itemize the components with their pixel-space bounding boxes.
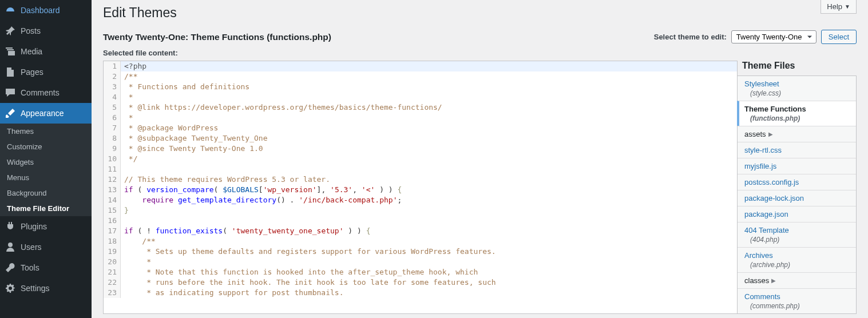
code-line[interactable]: 22 * runs before the init hook. The init… xyxy=(104,277,737,288)
code-line[interactable]: 14 require get_template_directory() . '/… xyxy=(104,195,737,205)
code-line[interactable]: 8 * @subpackage Twenty_Twenty_One xyxy=(104,133,737,144)
file-item[interactable]: Theme Functions(functions.php) xyxy=(737,101,856,126)
code-content[interactable]: /** xyxy=(121,71,137,82)
code-content[interactable]: // This theme requires WordPress 5.3 or … xyxy=(121,174,330,185)
code-content[interactable]: } xyxy=(121,205,129,216)
code-content[interactable]: require get_template_directory() . '/inc… xyxy=(121,195,402,205)
code-content[interactable]: * xyxy=(121,113,133,123)
sidebar-item-users[interactable]: Users xyxy=(0,237,92,257)
media-icon xyxy=(5,46,16,57)
sidebar-item-settings[interactable]: Settings xyxy=(0,278,92,299)
code-content[interactable]: * @link https://developer.wordpress.org/… xyxy=(121,102,442,113)
code-content[interactable]: * @since Twenty Twenty-One 1.0 xyxy=(121,144,263,154)
code-line[interactable]: 10 */ xyxy=(104,154,737,164)
select-button[interactable]: Select xyxy=(821,30,857,44)
line-number: 7 xyxy=(104,123,121,133)
code-editor[interactable]: 1<?php2/**3 * Functions and definitions4… xyxy=(103,61,738,314)
code-line[interactable]: 15} xyxy=(104,205,737,216)
code-line[interactable]: 1<?php xyxy=(104,61,737,71)
code-content[interactable]: * Sets up theme defaults and registers s… xyxy=(121,247,496,257)
code-content[interactable]: * Functions and definitions xyxy=(121,82,249,92)
code-line[interactable]: 21 * Note that this function is hooked i… xyxy=(104,267,737,277)
page-icon xyxy=(5,66,16,78)
code-line[interactable]: 20 * xyxy=(104,257,737,267)
page-title: Edit Themes xyxy=(103,0,857,23)
code-content[interactable]: <?php xyxy=(121,61,146,71)
submenu-item-theme-file-editor[interactable]: Theme File Editor xyxy=(0,201,92,216)
file-label: 404 Template xyxy=(744,226,789,234)
sidebar-item-comments[interactable]: Comments xyxy=(0,82,92,103)
file-label: assets xyxy=(744,130,766,138)
code-line[interactable]: 18 /** xyxy=(104,236,737,247)
line-number: 4 xyxy=(104,92,121,102)
file-label: myjsfile.js xyxy=(744,162,776,170)
file-label: Theme Functions xyxy=(744,105,806,113)
sidebar-item-label: Tools xyxy=(21,263,39,272)
file-item[interactable]: Comments(comments.php) xyxy=(738,288,856,313)
line-number: 22 xyxy=(104,277,121,288)
code-line[interactable]: 9 * @since Twenty Twenty-One 1.0 xyxy=(104,144,737,154)
file-item[interactable]: package-lock.json xyxy=(738,190,856,206)
submenu-item-background[interactable]: Background xyxy=(0,185,92,201)
sidebar-item-tools[interactable]: Tools xyxy=(0,257,92,278)
file-heading: Twenty Twenty-One: Theme Functions (func… xyxy=(103,32,331,42)
dashboard-icon xyxy=(5,5,16,16)
code-line[interactable]: 3 * Functions and definitions xyxy=(104,82,737,92)
file-item[interactable]: Archives(archive.php) xyxy=(738,247,856,272)
file-label: Archives xyxy=(744,251,773,260)
code-line[interactable]: 2/** xyxy=(104,71,737,82)
file-item[interactable]: Stylesheet(style.css) xyxy=(738,76,856,101)
help-label: Help xyxy=(827,2,842,11)
line-number: 2 xyxy=(104,71,121,82)
code-line[interactable]: 13if ( version_compare( $GLOBALS['wp_ver… xyxy=(104,185,737,195)
sidebar-item-appearance[interactable]: Appearance xyxy=(0,103,92,124)
code-content[interactable]: /** xyxy=(121,236,156,247)
code-content[interactable] xyxy=(121,216,124,226)
code-line[interactable]: 16 xyxy=(104,216,737,226)
code-content[interactable] xyxy=(121,164,124,174)
submenu-item-customize[interactable]: Customize xyxy=(0,139,92,154)
code-content[interactable]: * as indicating support for post thumbna… xyxy=(121,288,344,298)
submenu-item-themes[interactable]: Themes xyxy=(0,124,92,139)
theme-select[interactable]: Twenty Twenty-One xyxy=(731,30,817,43)
file-item[interactable]: postcss.config.js xyxy=(738,174,856,190)
file-sublabel: (functions.php) xyxy=(744,114,849,122)
submenu-item-widgets[interactable]: Widgets xyxy=(0,154,92,170)
code-content[interactable]: * xyxy=(121,257,151,267)
file-item[interactable]: package.json xyxy=(738,206,856,222)
sidebar-item-media[interactable]: Media xyxy=(0,41,92,62)
sidebar-item-pages[interactable]: Pages xyxy=(0,62,92,82)
caret-right-icon: ▶ xyxy=(768,131,773,137)
help-tab[interactable]: Help ▼ xyxy=(821,0,857,14)
code-line[interactable]: 19 * Sets up theme defaults and register… xyxy=(104,247,737,257)
code-content[interactable]: * Note that this function is hooked into… xyxy=(121,267,478,277)
code-content[interactable]: * runs before the init hook. The init ho… xyxy=(121,277,496,288)
code-line[interactable]: 4 * xyxy=(104,92,737,102)
code-content[interactable]: * @subpackage Twenty_Twenty_One xyxy=(121,133,267,144)
file-item[interactable]: myjsfile.js xyxy=(738,158,856,174)
line-number: 13 xyxy=(104,185,121,195)
folder-item[interactable]: assets▶ xyxy=(738,126,856,142)
file-item[interactable]: 404 Template(404.php) xyxy=(738,222,856,247)
code-content[interactable]: * @package WordPress xyxy=(121,123,218,133)
code-content[interactable]: if ( version_compare( $GLOBALS['wp_versi… xyxy=(121,185,402,195)
code-line[interactable]: 5 * @link https://developer.wordpress.or… xyxy=(104,102,737,113)
code-content[interactable]: */ xyxy=(121,154,137,164)
code-line[interactable]: 12// This theme requires WordPress 5.3 o… xyxy=(104,174,737,185)
line-number: 21 xyxy=(104,267,121,277)
code-line[interactable]: 17if ( ! function_exists( 'twenty_twenty… xyxy=(104,226,737,236)
sidebar-item-dashboard[interactable]: Dashboard xyxy=(0,0,92,21)
sidebar-item-label: Appearance xyxy=(21,109,64,118)
submenu-item-menus[interactable]: Menus xyxy=(0,170,92,185)
code-line[interactable]: 11 xyxy=(104,164,737,174)
code-content[interactable]: if ( ! function_exists( 'twenty_twenty_o… xyxy=(121,226,371,236)
folder-item[interactable]: classes▶ xyxy=(738,272,856,288)
file-item[interactable]: style-rtl.css xyxy=(738,142,856,158)
sidebar-item-plugins[interactable]: Plugins xyxy=(0,216,92,237)
code-line[interactable]: 6 * xyxy=(104,113,737,123)
code-line[interactable]: 7 * @package WordPress xyxy=(104,123,737,133)
sidebar-item-label: Comments xyxy=(21,88,60,97)
code-line[interactable]: 23 * as indicating support for post thum… xyxy=(104,288,737,298)
sidebar-item-posts[interactable]: Posts xyxy=(0,21,92,41)
code-content[interactable]: * xyxy=(121,92,133,102)
